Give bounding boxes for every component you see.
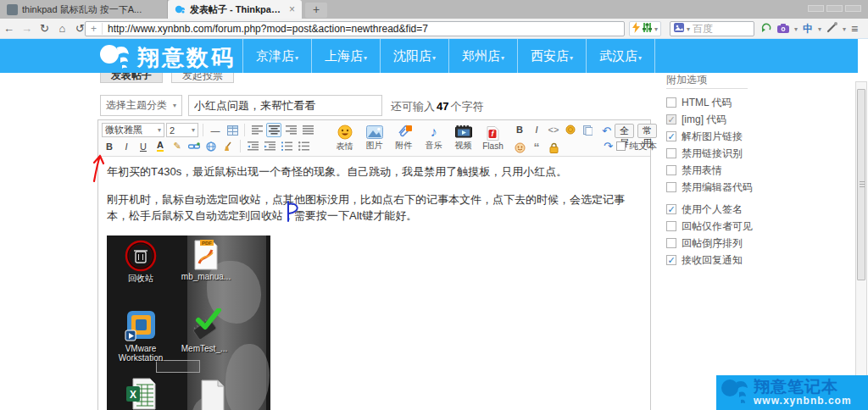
add-favorite-icon[interactable]: +	[86, 23, 103, 35]
font-color-button[interactable]: A	[157, 141, 164, 152]
site-logo[interactable]: 翔意数码	[98, 42, 236, 73]
plaintext-label: 纯文本	[629, 140, 657, 152]
category-select[interactable]: 选择主题分类 ▾	[100, 95, 182, 116]
copy-clipboard-button[interactable]	[580, 123, 595, 137]
option-checkbox[interactable]	[666, 238, 676, 248]
flash-button[interactable]: f Flash	[479, 121, 507, 155]
align-right-button[interactable]	[283, 123, 298, 137]
price-coin-button[interactable]	[563, 123, 578, 137]
unordered-list-button[interactable]	[296, 139, 311, 153]
indent-button[interactable]	[262, 139, 277, 153]
clear-format-broom-button[interactable]	[220, 139, 236, 153]
option-checkbox[interactable]	[666, 221, 676, 231]
smilies-button[interactable]: 表情	[331, 121, 359, 155]
marker-pencil-button[interactable]: ✎	[170, 139, 185, 153]
link-button[interactable]	[186, 139, 202, 153]
page-scrollbar[interactable]	[855, 81, 867, 410]
close-window-button[interactable]	[845, 5, 861, 12]
search-engine-icon[interactable]	[674, 23, 684, 35]
overflow-caret-icon[interactable]: ▾	[843, 25, 846, 33]
refresh-icon[interactable]: ↻	[36, 19, 53, 38]
logo-text: 翔意数码	[137, 44, 236, 71]
outdent-button[interactable]	[245, 139, 260, 153]
align-justify-button[interactable]	[300, 123, 315, 137]
extra-options: HTML 代码 [img] 代码 解析图片链接 禁用链接识别 禁用表情 禁用编辑…	[666, 94, 836, 269]
search-box[interactable]: ▾ 百度	[670, 21, 754, 36]
nav-item-wuhan[interactable]: 武汉店▾	[586, 39, 655, 73]
nav-item-jingjin[interactable]: 京津店▾	[242, 39, 311, 73]
quote-button[interactable]: “	[529, 141, 544, 155]
new-tab-button[interactable]: +	[305, 3, 327, 18]
plaintext-checkbox[interactable]	[616, 141, 626, 151]
menu-icon[interactable]: ≡	[851, 22, 857, 36]
option-checkbox[interactable]	[666, 165, 676, 175]
hide-content-lock-button[interactable]	[546, 141, 561, 155]
desktop-icon-text-doc: 新建文本文 档	[188, 380, 237, 410]
speed-caret-icon[interactable]: ▾	[654, 25, 658, 33]
attachment-button[interactable]: 附件	[390, 121, 418, 155]
nav-item-shanghai[interactable]: 上海店▾	[311, 39, 380, 73]
site-header: 翔意数码 京津店▾ 上海店▾ 沈阳店▾ 郑州店▾ 西安店▾ 武汉店▾	[0, 39, 858, 73]
align-center-button[interactable]	[266, 123, 281, 137]
post-paragraph: 刚开机时，鼠标自动选定回收站，点其他图标没用，比如点右下的记事本文件，点下去的时…	[107, 191, 642, 224]
align-left-button[interactable]	[249, 123, 264, 137]
back-icon[interactable]: ←	[0, 19, 18, 38]
italic-button[interactable]: I	[119, 139, 134, 153]
browser-tab-active[interactable]: 发表帖子 - Thinkpad软... ×	[168, 0, 302, 19]
nav-item-xian[interactable]: 西安店▾	[517, 39, 586, 73]
sidebar-divider	[666, 88, 748, 89]
subject-input[interactable]	[188, 95, 382, 116]
site-favicon-icon	[175, 4, 186, 15]
translate-icon[interactable]: 中	[803, 22, 813, 36]
maximize-button[interactable]	[826, 5, 843, 12]
filters-icon[interactable]	[643, 21, 652, 36]
font-select[interactable]: 微软雅黑▾	[102, 123, 164, 137]
sniffer-icon[interactable]	[761, 21, 772, 36]
bold-button[interactable]: B	[102, 139, 117, 153]
music-button[interactable]: ♪ 音乐	[420, 121, 448, 155]
close-tab-icon[interactable]: ×	[287, 3, 295, 15]
option-checkbox[interactable]	[666, 131, 676, 141]
option-checkbox[interactable]	[666, 204, 676, 214]
post-body[interactable]: 年初买的T430s，最近鼠标出现一个奇怪的现象。自己跳动，我是禁用了触摸板，只用…	[98, 157, 650, 410]
ordered-list-button[interactable]	[279, 139, 294, 153]
home-icon[interactable]: ⌂	[53, 19, 71, 38]
option-checkbox[interactable]	[666, 255, 676, 265]
browser-tab-inactive[interactable]: thinkpad 鼠标乱动 按一下A...	[0, 0, 168, 19]
camera-caret-icon[interactable]: ▾	[794, 25, 798, 33]
weblink-button[interactable]	[203, 139, 219, 153]
common-button[interactable]: 常用	[637, 124, 657, 138]
editor-undo-icon[interactable]: ↶	[602, 125, 611, 137]
mini-italic-button[interactable]: I	[529, 123, 544, 137]
option-checkbox[interactable]	[666, 148, 676, 158]
lightning-icon[interactable]	[632, 21, 640, 36]
option-checkbox[interactable]	[666, 97, 676, 108]
forward-icon[interactable]: →	[18, 19, 36, 38]
post-paragraph: 年初买的T430s，最近鼠标出现一个奇怪的现象。自己跳动，我是禁用了触摸板，只用…	[107, 163, 642, 180]
option-checkbox[interactable]	[666, 114, 676, 125]
scrollbar-thumb[interactable]	[857, 89, 865, 280]
table-button[interactable]	[225, 123, 240, 137]
fullscreen-button[interactable]: 全屏	[615, 124, 634, 138]
camera-icon[interactable]	[777, 21, 789, 36]
nav-item-shenyang[interactable]: 沈阳店▾	[380, 39, 448, 73]
editor-redo-icon[interactable]: ↷	[604, 140, 613, 152]
video-button[interactable]: 视频	[449, 121, 477, 155]
stamp-button[interactable]	[512, 141, 527, 155]
url-bar[interactable]: + http://www.xynbnb.com/forum.php?mod=po…	[85, 21, 625, 36]
option-checkbox[interactable]	[666, 182, 676, 192]
code-button[interactable]: <>	[546, 123, 561, 137]
option-label: 使用个人签名	[682, 202, 743, 217]
translate-caret-icon[interactable]: ▾	[818, 25, 821, 33]
option-parse-img-link: 解析图片链接	[666, 128, 836, 145]
size-select[interactable]: 2▾	[166, 123, 198, 137]
nav-item-zhengzhou[interactable]: 郑州店▾	[448, 39, 517, 73]
insert-image-button[interactable]: 图片	[360, 121, 388, 155]
search-engine-caret-icon[interactable]: ▾	[687, 25, 690, 33]
minimize-button[interactable]	[808, 5, 824, 12]
hr-button[interactable]: —	[208, 123, 223, 137]
watermark-title: 翔意笔记本	[754, 379, 852, 396]
mini-bold-button[interactable]: B	[512, 123, 527, 137]
wrench-icon[interactable]	[826, 21, 837, 36]
underline-button[interactable]: U	[136, 139, 151, 153]
